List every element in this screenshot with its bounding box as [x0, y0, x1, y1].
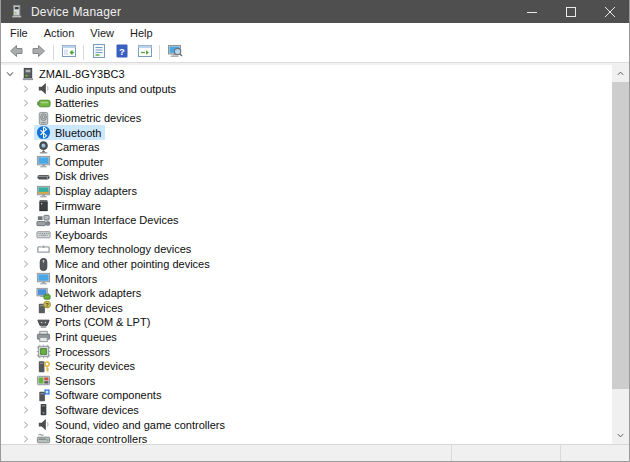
- tree-item[interactable]: Software components: [1, 388, 612, 403]
- tree-item-label: Print queues: [55, 331, 117, 343]
- chevron-right-icon[interactable]: [20, 258, 32, 270]
- chevron-right-icon[interactable]: [20, 127, 32, 139]
- hid-icon: [36, 213, 51, 228]
- chevron-right-icon[interactable]: [20, 273, 32, 285]
- tree-item[interactable]: Audio inputs and outputs: [1, 82, 612, 97]
- tree-item[interactable]: Cameras: [1, 140, 612, 155]
- chevron-right-icon[interactable]: [20, 170, 32, 182]
- chevron-right-icon[interactable]: [20, 302, 32, 314]
- chevron-right-icon[interactable]: [20, 214, 32, 226]
- chevron-down-icon[interactable]: [4, 68, 16, 80]
- forward-button[interactable]: [27, 44, 50, 62]
- tree-item[interactable]: Ports (COM & LPT): [1, 315, 612, 330]
- help-button[interactable]: ?: [110, 44, 133, 62]
- tree-item[interactable]: ?Other devices: [1, 301, 612, 316]
- software-device-icon: [36, 402, 51, 417]
- tree-item[interactable]: Batteries: [1, 96, 612, 111]
- help-icon: ?: [114, 43, 130, 63]
- tree-item[interactable]: Disk drives: [1, 169, 612, 184]
- close-icon: [605, 3, 615, 21]
- chevron-right-icon[interactable]: [20, 346, 32, 358]
- tree-item-label: Audio inputs and outputs: [55, 83, 176, 95]
- menu-action[interactable]: Action: [36, 23, 83, 43]
- tree-item[interactable]: Sound, video and game controllers: [1, 417, 612, 432]
- tree-item-label: Firmware: [55, 200, 101, 212]
- tree-item-label: Display adapters: [55, 185, 137, 197]
- tree-item[interactable]: Keyboards: [1, 228, 612, 243]
- chevron-right-icon[interactable]: [20, 287, 32, 299]
- tree-item[interactable]: Computer: [1, 155, 612, 170]
- scan-hardware-changes-button[interactable]: [163, 44, 186, 62]
- menu-help[interactable]: Help: [122, 23, 161, 43]
- toolbar-divider: [53, 45, 54, 60]
- tree-item[interactable]: Storage controllers: [1, 432, 612, 444]
- chevron-right-icon[interactable]: [20, 404, 32, 416]
- show-console-tree-button[interactable]: [57, 44, 80, 62]
- tree-item[interactable]: Firmware: [1, 198, 612, 213]
- menu-view[interactable]: View: [82, 23, 122, 43]
- minimize-button[interactable]: [512, 0, 551, 23]
- back-icon: [8, 43, 24, 63]
- tree-item[interactable]: Security devices: [1, 359, 612, 374]
- tree-item[interactable]: Sensors: [1, 373, 612, 388]
- scroll-up-button[interactable]: [612, 65, 629, 82]
- chevron-right-icon[interactable]: [20, 389, 32, 401]
- chevron-right-icon[interactable]: [20, 112, 32, 124]
- scroll-down-button[interactable]: [612, 427, 629, 444]
- menu-file[interactable]: File: [2, 23, 36, 43]
- network-adapter-icon: [36, 286, 51, 301]
- tree-item[interactable]: Human Interface Devices: [1, 213, 612, 228]
- properties-button[interactable]: [87, 44, 110, 62]
- display-adapter-icon: [36, 184, 51, 199]
- chevron-right-icon[interactable]: [20, 433, 32, 444]
- maximize-button[interactable]: [551, 0, 590, 23]
- port-icon: [36, 315, 51, 330]
- chevron-right-icon[interactable]: [20, 229, 32, 241]
- forward-icon: [31, 43, 47, 63]
- action-pane-button[interactable]: [133, 44, 156, 62]
- tree-item[interactable]: Memory technology devices: [1, 242, 612, 257]
- tree-item-content: Batteries: [34, 96, 102, 111]
- chevron-right-icon[interactable]: [20, 185, 32, 197]
- tree-item-content: Monitors: [34, 271, 101, 286]
- chevron-right-icon[interactable]: [20, 331, 32, 343]
- chevron-right-icon[interactable]: [20, 316, 32, 328]
- hdd-icon: [36, 169, 51, 184]
- chevron-right-icon[interactable]: [20, 97, 32, 109]
- tree-root-item[interactable]: ZMAIL-8GY3BC3: [1, 67, 612, 82]
- chevron-right-icon[interactable]: [20, 419, 32, 431]
- svg-text:?: ?: [119, 45, 125, 56]
- printer-icon: [36, 329, 51, 344]
- tree-item[interactable]: Monitors: [1, 271, 612, 286]
- speaker-icon: [36, 81, 51, 96]
- tree-item[interactable]: Processors: [1, 344, 612, 359]
- chevron-right-icon[interactable]: [20, 375, 32, 387]
- tree-item[interactable]: Display adapters: [1, 184, 612, 199]
- tree-item-content: Sensors: [34, 373, 99, 388]
- statusbar-segment: [560, 445, 629, 461]
- fingerprint-icon: [36, 111, 51, 126]
- chevron-right-icon[interactable]: [20, 83, 32, 95]
- tree-item[interactable]: Software devices: [1, 403, 612, 418]
- back-button[interactable]: [4, 44, 27, 62]
- tree-item-content: Bluetooth: [34, 125, 105, 140]
- vertical-scrollbar[interactable]: [612, 65, 629, 444]
- chevron-right-icon[interactable]: [20, 200, 32, 212]
- chevron-right-icon[interactable]: [20, 141, 32, 153]
- chevron-right-icon[interactable]: [20, 156, 32, 168]
- firmware-chip-icon: [36, 198, 51, 213]
- scrollbar-thumb[interactable]: [612, 82, 629, 389]
- tree-item-label: Storage controllers: [55, 433, 147, 444]
- chevron-right-icon[interactable]: [20, 360, 32, 372]
- tree-item[interactable]: Network adapters: [1, 286, 612, 301]
- tree-item-content: Software components: [34, 388, 165, 403]
- chevron-right-icon[interactable]: [20, 243, 32, 255]
- unknown-device-icon: ?: [36, 300, 51, 315]
- tree-item[interactable]: Print queues: [1, 330, 612, 345]
- maximize-icon: [566, 3, 576, 21]
- tree-item[interactable]: Biometric devices: [1, 111, 612, 126]
- tree-item[interactable]: Mice and other pointing devices: [1, 257, 612, 272]
- tree-item[interactable]: Bluetooth: [1, 125, 612, 140]
- bluetooth-icon: [36, 125, 51, 140]
- close-button[interactable]: [590, 0, 629, 23]
